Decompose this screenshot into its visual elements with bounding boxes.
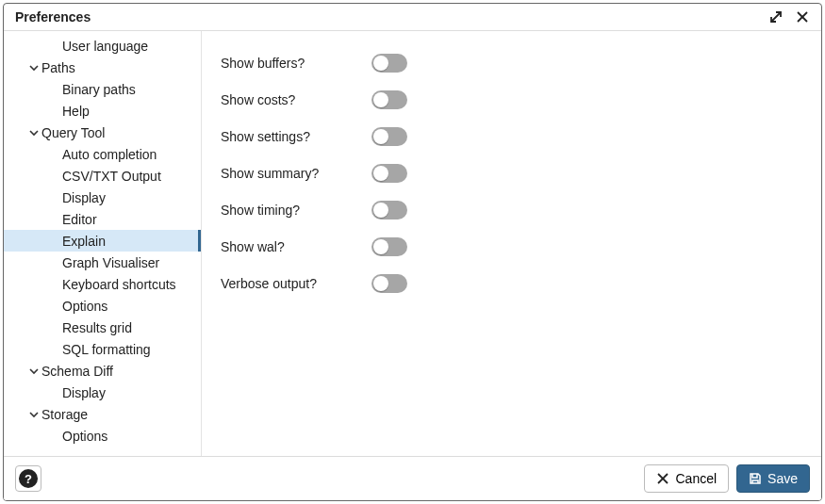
- tree-item[interactable]: Binary paths: [4, 78, 201, 100]
- setting-row: Verbose output?: [221, 265, 802, 301]
- tree-item[interactable]: User language: [4, 35, 201, 57]
- footer-actions: Cancel Save: [644, 464, 810, 493]
- toggle-knob: [373, 203, 388, 218]
- tree-item-label: Display: [62, 190, 106, 205]
- toggle-knob: [373, 276, 388, 291]
- tree-item[interactable]: Query Tool: [4, 122, 201, 143]
- cancel-button-label: Cancel: [675, 471, 717, 486]
- tree-item[interactable]: Graph Visualiser: [4, 252, 201, 273]
- help-button[interactable]: ?: [15, 465, 41, 492]
- chevron-down-icon: [26, 366, 41, 376]
- tree-item-label: SQL formatting: [62, 342, 151, 357]
- setting-label: Show summary?: [221, 166, 371, 181]
- chevron-down-icon: [26, 128, 41, 138]
- window-actions: [768, 9, 810, 24]
- preferences-dialog: Preferences User languagePathsBinary pat…: [3, 3, 822, 501]
- setting-label: Verbose output?: [221, 276, 371, 291]
- setting-row: Show costs?: [221, 81, 802, 118]
- toggle-switch[interactable]: [371, 90, 407, 109]
- tree-item[interactable]: Display: [4, 382, 201, 403]
- tree-item-label: Help: [62, 104, 90, 119]
- save-icon: [749, 472, 762, 485]
- cancel-button[interactable]: Cancel: [644, 464, 729, 493]
- toggle-switch[interactable]: [371, 237, 407, 256]
- tree-item-label: Editor: [62, 212, 97, 227]
- close-icon[interactable]: [795, 9, 810, 24]
- tree-item-label: Options: [62, 429, 107, 444]
- maximize-icon[interactable]: [768, 9, 784, 24]
- tree-item-label: Explain: [62, 234, 106, 249]
- tree-item[interactable]: Help: [4, 100, 201, 122]
- tree-item-label: Results grid: [62, 320, 132, 335]
- tree-item[interactable]: SQL formatting: [4, 338, 201, 360]
- tree-item-label: Query Tool: [41, 125, 105, 140]
- dialog-footer: ? Cancel Save: [4, 456, 821, 500]
- tree-item-label: Storage: [41, 407, 88, 422]
- titlebar: Preferences: [4, 4, 821, 31]
- chevron-down-icon: [26, 410, 41, 419]
- setting-label: Show wal?: [221, 239, 371, 254]
- setting-label: Show buffers?: [221, 56, 371, 71]
- preferences-tree[interactable]: User languagePathsBinary pathsHelpQuery …: [4, 31, 202, 456]
- toggle-knob: [373, 92, 388, 107]
- tree-item[interactable]: Results grid: [4, 317, 201, 338]
- toggle-switch[interactable]: [371, 164, 407, 183]
- toggle-knob: [373, 239, 388, 254]
- setting-row: Show timing?: [221, 191, 802, 228]
- setting-label: Show costs?: [221, 92, 371, 107]
- close-icon: [656, 472, 669, 485]
- tree-item-label: Paths: [41, 60, 75, 75]
- setting-row: Show summary?: [221, 154, 802, 191]
- dialog-title: Preferences: [15, 9, 91, 24]
- tree-item-label: CSV/TXT Output: [62, 169, 161, 184]
- setting-label: Show settings?: [221, 129, 371, 144]
- setting-row: Show buffers?: [221, 44, 802, 81]
- toggle-knob: [373, 166, 388, 181]
- tree-item[interactable]: Editor: [4, 208, 201, 230]
- tree-item-label: Auto completion: [62, 147, 157, 162]
- tree-item[interactable]: Options: [4, 425, 201, 447]
- save-button[interactable]: Save: [736, 464, 810, 493]
- toggle-switch[interactable]: [371, 274, 407, 293]
- toggle-switch[interactable]: [371, 201, 407, 219]
- chevron-down-icon: [26, 63, 41, 73]
- tree-item-label: Display: [62, 385, 106, 400]
- tree-item[interactable]: Keyboard shortcuts: [4, 273, 201, 295]
- dialog-body: User languagePathsBinary pathsHelpQuery …: [4, 31, 821, 456]
- help-icon: ?: [19, 469, 38, 488]
- setting-row: Show wal?: [221, 228, 802, 265]
- toggle-switch[interactable]: [371, 127, 407, 146]
- tree-item-label: User language: [62, 39, 148, 54]
- tree-item-label: Binary paths: [62, 82, 136, 97]
- tree-item[interactable]: Explain: [4, 230, 201, 252]
- tree-item[interactable]: Schema Diff: [4, 360, 201, 382]
- save-button-label: Save: [767, 471, 798, 486]
- tree-item-label: Keyboard shortcuts: [62, 277, 176, 292]
- tree-item[interactable]: Storage: [4, 403, 201, 425]
- tree-item[interactable]: Display: [4, 187, 201, 208]
- tree-item-label: Graph Visualiser: [62, 255, 159, 270]
- setting-row: Show settings?: [221, 118, 802, 154]
- tree-item[interactable]: Options: [4, 295, 201, 317]
- tree-item[interactable]: Paths: [4, 57, 201, 78]
- tree-item[interactable]: CSV/TXT Output: [4, 165, 201, 187]
- settings-panel: Show buffers?Show costs?Show settings?Sh…: [202, 31, 821, 456]
- toggle-switch[interactable]: [371, 54, 407, 73]
- tree-item-label: Schema Diff: [41, 364, 113, 379]
- tree-item[interactable]: Auto completion: [4, 143, 201, 165]
- svg-line-0: [771, 12, 781, 22]
- toggle-knob: [373, 56, 388, 71]
- setting-label: Show timing?: [221, 203, 371, 218]
- toggle-knob: [373, 129, 388, 144]
- tree-item-label: Options: [62, 299, 107, 314]
